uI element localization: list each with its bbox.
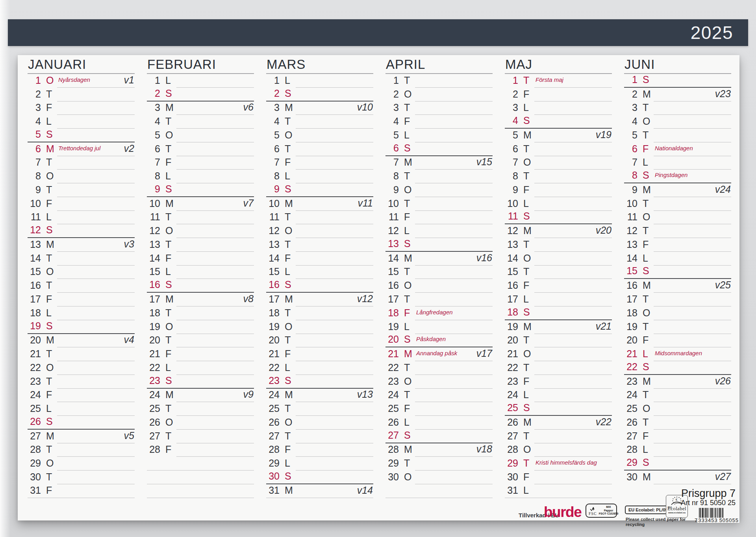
note-area: v22 — [534, 416, 612, 430]
day-letter: M — [523, 417, 533, 430]
day-letter: F — [165, 253, 175, 266]
day-row-april-15: 15T — [385, 266, 493, 279]
day-row-mars-31: 31Mv14 — [266, 484, 373, 498]
day-row-maj-19: 19Mv21 — [505, 320, 612, 334]
day-number: 3 — [385, 103, 399, 115]
day-row-mars-14: 14F — [266, 252, 373, 266]
blank-row — [147, 471, 254, 484]
barcode-group-1: 333453 — [697, 518, 718, 523]
note-area — [57, 224, 135, 237]
note-area — [176, 443, 254, 457]
note-area — [296, 129, 373, 142]
day-row-april-29: 29T — [385, 457, 493, 471]
day-number: 15 — [624, 266, 637, 278]
holiday-label: Nationaldagen — [655, 145, 693, 151]
note-area — [57, 361, 135, 375]
month-rows-mars: 1L2S3Mv104T5O6T7F8L9S10Mv1111T12O13T14F1… — [266, 74, 373, 498]
day-letter: S — [404, 143, 413, 155]
barcode-group-2: 505055 — [719, 518, 739, 523]
day-row-januari-1: 1ONyårsdagenv1 — [28, 74, 135, 88]
day-letter: S — [643, 458, 652, 470]
day-number: 3 — [624, 103, 637, 115]
day-row-februari-24: 24Mv9 — [147, 389, 254, 402]
note-area: Pingstdagen — [654, 170, 731, 183]
day-letter: T — [46, 376, 56, 389]
day-row-april-3: 3T — [385, 101, 493, 115]
day-letter: T — [643, 417, 652, 430]
note-area — [296, 88, 373, 101]
day-number: 13 — [28, 240, 41, 252]
note-area — [534, 266, 612, 279]
day-number: 13 — [385, 239, 399, 251]
day-row-maj-29: 29TKristi himmelsfärds dag — [505, 457, 612, 471]
note-area — [654, 402, 731, 416]
day-row-april-12: 12L — [385, 224, 493, 238]
day-letter: F — [643, 144, 652, 156]
day-row-januari-6: 6MTrettondedag julv2 — [28, 142, 135, 156]
note-area — [415, 74, 493, 88]
day-row-februari-7: 7F — [147, 156, 254, 170]
month-title-mars: MARS — [266, 58, 373, 74]
day-number: 21 — [147, 349, 160, 361]
note-area — [296, 238, 373, 252]
day-number: 25 — [385, 404, 399, 416]
holiday-label: Långfredagen — [416, 309, 453, 316]
day-row-februari-25: 25T — [147, 402, 254, 416]
day-letter: L — [523, 390, 533, 402]
month-rows-maj: 1TFörsta maj2F3L4S5Mv196T7O8T9F10L11S12M… — [505, 74, 612, 498]
day-number: 20 — [385, 334, 399, 347]
note-area — [415, 238, 493, 251]
day-row-april-9: 9O — [385, 183, 493, 197]
note-area — [176, 238, 254, 252]
day-number: 29 — [266, 458, 280, 471]
day-row-februari-9: 9S — [147, 183, 254, 197]
day-number: 8 — [385, 171, 399, 183]
note-area — [415, 183, 493, 197]
day-letter: L — [285, 171, 294, 183]
note-area: v16 — [415, 252, 493, 266]
day-number: 17 — [147, 294, 160, 306]
note-area — [296, 279, 373, 292]
week-number: v7 — [243, 198, 254, 208]
note-area — [534, 375, 612, 389]
note-area — [534, 238, 612, 252]
day-letter: L — [165, 171, 175, 183]
day-row-maj-11: 11S — [505, 211, 612, 225]
day-number: 8 — [28, 171, 41, 183]
note-area — [176, 115, 254, 129]
note-area — [654, 238, 731, 252]
day-number: 11 — [624, 212, 637, 224]
day-number: 28 — [147, 445, 160, 457]
day-letter: L — [643, 253, 652, 266]
blank-row — [385, 484, 493, 498]
note-area — [534, 115, 612, 128]
note-area — [57, 389, 135, 402]
day-number: 6 — [624, 144, 637, 156]
day-number: 18 — [624, 308, 637, 320]
note-area: Nationaldagen — [654, 142, 731, 156]
day-letter: L — [523, 199, 533, 211]
day-row-mars-10: 10Mv11 — [266, 197, 373, 211]
day-letter: L — [523, 485, 533, 498]
day-row-mars-1: 1L — [266, 74, 373, 88]
day-letter: M — [285, 485, 294, 498]
note-area — [415, 279, 493, 293]
day-number: 14 — [28, 253, 41, 266]
day-number: 14 — [385, 253, 399, 266]
note-area — [415, 266, 493, 279]
note-area — [176, 402, 254, 416]
note-area — [534, 279, 612, 293]
holiday-label: Påskdagen — [416, 336, 446, 342]
week-number: v26 — [715, 376, 731, 386]
day-number: 12 — [147, 226, 160, 238]
day-letter: S — [285, 280, 294, 292]
week-number: v3 — [124, 239, 134, 249]
note-area — [176, 74, 254, 88]
day-number: 23 — [624, 376, 637, 389]
day-letter: F — [523, 280, 533, 293]
note-area: v7 — [176, 197, 254, 211]
day-row-maj-1: 1TFörsta maj — [505, 74, 612, 88]
day-number: 29 — [624, 458, 637, 470]
day-letter: F — [643, 240, 652, 252]
day-number: 17 — [385, 294, 399, 306]
